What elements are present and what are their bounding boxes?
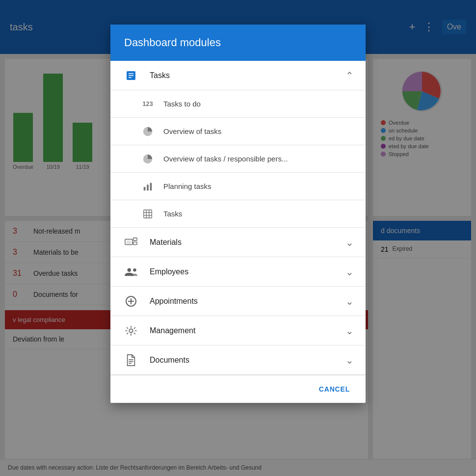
sub-item-planning-tasks[interactable]: Planning tasks [110, 173, 366, 200]
sub-item-tasks-table[interactable]: Tasks [110, 200, 366, 228]
tasks-chevron-up-icon: ⌃ [345, 70, 354, 81]
sub-label-overview-tasks: Overview of tasks [163, 127, 221, 135]
module-item-materials[interactable]: Materials ⌄ [110, 228, 366, 257]
overview-tasks-responsible-icon [140, 151, 156, 167]
module-label-documents: Documents [150, 356, 345, 365]
documents-chevron-down-icon: ⌄ [345, 354, 354, 366]
svg-rect-15 [133, 238, 137, 240]
svg-rect-16 [133, 242, 137, 245]
sub-label-planning-tasks: Planning tasks [163, 182, 212, 190]
svg-rect-6 [147, 185, 149, 190]
svg-point-22 [129, 329, 132, 332]
dashboard-modules-dialog: Dashboard modules Tasks ⌃ 123 Tasks to d… [110, 25, 366, 403]
employees-icon [122, 263, 140, 281]
dialog-header: Dashboard modules [110, 25, 366, 61]
cancel-button[interactable]: CANCEL [311, 381, 358, 397]
dialog-title: Dashboard modules [124, 36, 221, 49]
module-item-documents[interactable]: Documents ⌄ [110, 345, 366, 375]
svg-point-18 [133, 268, 136, 272]
svg-rect-7 [150, 183, 152, 190]
materials-icon [122, 234, 140, 251]
tasks-icon [122, 67, 140, 84]
module-item-management[interactable]: Management ⌄ [110, 316, 366, 345]
planning-tasks-icon [140, 179, 156, 194]
svg-point-17 [128, 268, 131, 271]
sub-item-overview-tasks[interactable]: Overview of tasks [110, 118, 366, 145]
dialog-body: Tasks ⌃ 123 Tasks to do Overview of task… [110, 61, 366, 375]
tasks-todo-icon: 123 [140, 96, 156, 112]
tasks-table-icon [140, 206, 156, 222]
svg-rect-8 [144, 210, 152, 218]
sub-label-overview-tasks-responsible: Overview of tasks / responsible pers... [163, 155, 288, 163]
documents-icon [122, 351, 140, 369]
dialog-footer: CANCEL [110, 375, 366, 403]
module-label-appointments: Appointments [150, 297, 345, 306]
materials-chevron-down-icon: ⌄ [345, 237, 354, 248]
svg-rect-5 [144, 186, 146, 190]
module-label-materials: Materials [150, 238, 345, 247]
module-item-appointments[interactable]: Appointments ⌄ [110, 287, 366, 316]
module-label-management: Management [150, 326, 345, 335]
module-label-tasks: Tasks [150, 71, 345, 80]
sub-label-tasks-todo: Tasks to do [163, 100, 201, 108]
svg-rect-14 [127, 240, 131, 244]
appointments-chevron-down-icon: ⌄ [345, 295, 354, 307]
sub-item-tasks-todo[interactable]: 123 Tasks to do [110, 90, 366, 118]
module-item-employees[interactable]: Employees ⌄ [110, 257, 366, 287]
module-item-tasks[interactable]: Tasks ⌃ [110, 61, 366, 90]
overview-tasks-icon [140, 124, 156, 139]
management-icon [122, 322, 140, 340]
management-chevron-down-icon: ⌄ [345, 325, 354, 337]
employees-chevron-down-icon: ⌄ [345, 266, 354, 278]
module-label-employees: Employees [150, 267, 345, 276]
sub-item-overview-tasks-responsible[interactable]: Overview of tasks / responsible pers... [110, 145, 366, 173]
appointments-icon [122, 292, 140, 310]
sub-label-tasks-table: Tasks [163, 210, 182, 218]
